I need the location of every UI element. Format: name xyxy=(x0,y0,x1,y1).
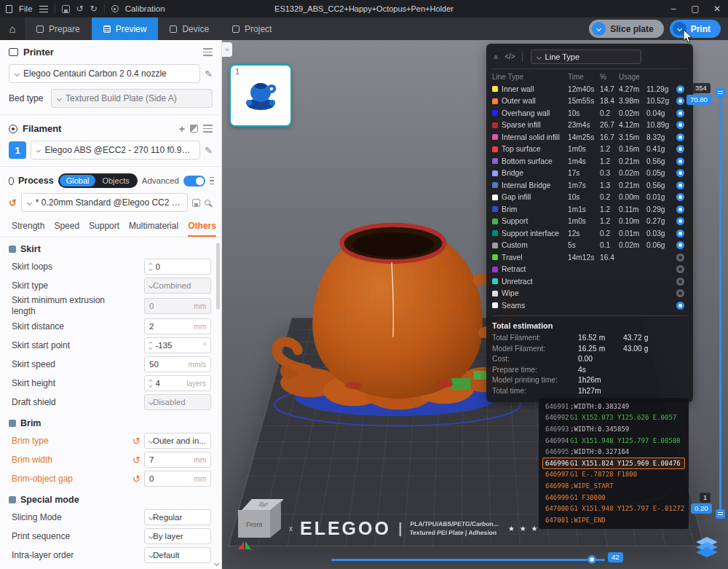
spin-down-icon[interactable] xyxy=(149,345,152,349)
edit-filament-icon[interactable]: ✎ xyxy=(205,145,213,156)
printer-settings-icon[interactable] xyxy=(203,48,213,56)
collapse-panel-icon[interactable]: « xyxy=(492,55,500,59)
spin-down-icon[interactable] xyxy=(149,267,152,270)
filament-preset-dropdown[interactable]: Elegoo ABS @ECC2 - 270 110 f0.98 MVS18 xyxy=(31,141,200,160)
spin-up-icon[interactable] xyxy=(149,380,152,383)
gcode-line[interactable]: 646995;WIDTH:0.327164 xyxy=(542,446,685,458)
search-settings-icon[interactable] xyxy=(205,200,210,205)
visibility-eye-icon[interactable] xyxy=(676,289,684,297)
plate-thumbnail[interactable]: 1 xyxy=(229,64,292,127)
reset-setting-icon[interactable]: ↺ xyxy=(132,455,141,465)
value-field[interactable]: -135° xyxy=(144,337,211,353)
spinner-arrows[interactable] xyxy=(149,264,152,270)
visibility-eye-icon[interactable] xyxy=(676,205,684,213)
advanced-toggle[interactable] xyxy=(183,176,205,187)
navigation-cube[interactable]: Top Front xyxy=(237,499,288,544)
visibility-eye-icon[interactable] xyxy=(676,97,684,105)
dropdown[interactable]: Regular xyxy=(144,509,211,525)
nav-cube-front-face[interactable]: Front xyxy=(238,510,270,538)
filament-slot-badge[interactable]: 1 xyxy=(9,141,26,159)
minimize-button[interactable]: – xyxy=(662,0,684,17)
slice-plate-button[interactable]: Slice plate xyxy=(589,20,663,38)
spinner-arrows[interactable] xyxy=(149,342,152,349)
settings-tab-multimaterial[interactable]: Multimaterial xyxy=(129,221,178,237)
gcode-line[interactable]: 646999G1 F30000 xyxy=(542,492,685,503)
gcode-line[interactable]: 646997G1 E-.78728 F1800 xyxy=(542,469,685,481)
value-field[interactable]: 4layers xyxy=(144,375,211,391)
objects-list-icon[interactable] xyxy=(210,177,214,184)
tab-device[interactable]: Device xyxy=(158,17,221,40)
dropdown[interactable]: Outer and in... xyxy=(144,433,211,449)
reset-setting-icon[interactable]: ↺ xyxy=(132,474,141,484)
menu-calibration[interactable]: Calibration xyxy=(125,4,165,13)
move-slider[interactable] xyxy=(331,554,605,565)
visibility-eye-icon[interactable] xyxy=(676,169,684,177)
settings-tab-strength[interactable]: Strength xyxy=(12,221,44,237)
visibility-eye-icon[interactable] xyxy=(676,302,684,310)
viewport-3d[interactable]: « 1 « </> xyxy=(222,40,728,569)
gcode-viewer-panel[interactable]: 646991;WIDTH:0.383249646992G1 X152.073 Y… xyxy=(539,398,689,529)
visibility-eye-icon[interactable] xyxy=(676,254,684,262)
reset-setting-icon[interactable]: ↺ xyxy=(132,436,141,446)
visibility-eye-icon[interactable] xyxy=(676,145,684,153)
settings-tab-others[interactable]: Others xyxy=(188,221,216,237)
visibility-eye-icon[interactable] xyxy=(676,109,684,117)
dropdown[interactable]: Combined xyxy=(144,278,211,294)
gcode-line[interactable]: 647001;WIPE_END xyxy=(542,514,685,526)
visibility-eye-icon[interactable] xyxy=(676,193,684,201)
visibility-eye-icon[interactable] xyxy=(676,121,684,129)
visibility-eye-icon[interactable] xyxy=(676,133,684,141)
save-project-icon[interactable] xyxy=(62,5,70,13)
visibility-eye-icon[interactable] xyxy=(676,181,684,189)
value-field[interactable]: 0 xyxy=(144,259,211,275)
gcode-line[interactable]: 646998;WIPE_START xyxy=(542,480,685,492)
sidebar-collapse-button[interactable]: « xyxy=(222,42,232,57)
visibility-eye-icon[interactable] xyxy=(676,241,684,249)
move-slider-track[interactable] xyxy=(331,559,605,561)
visibility-eye-icon[interactable] xyxy=(676,265,684,273)
add-filament-icon[interactable]: + xyxy=(179,124,185,134)
gcode-line[interactable]: 646993;WIDTH:0.345859 xyxy=(542,423,685,435)
visibility-eye-icon[interactable] xyxy=(676,278,684,286)
gcode-line[interactable]: 646996G1 X151.824 Y125.969 E.00476 xyxy=(542,458,685,469)
dropdown[interactable]: By layer xyxy=(144,528,211,544)
tab-prepare[interactable]: Prepare xyxy=(25,17,92,40)
value-field[interactable]: 50mm/s xyxy=(144,356,211,372)
sidebar-scrollbar[interactable] xyxy=(216,243,220,310)
view-type-dropdown[interactable]: Line Type xyxy=(531,50,641,64)
tab-project[interactable]: Project xyxy=(221,17,283,40)
printer-preset-dropdown[interactable]: Elegoo Centauri Carbon 2 0.4 nozzle xyxy=(9,64,200,83)
octopus-model[interactable] xyxy=(267,186,523,432)
main-menu-icon[interactable] xyxy=(39,6,48,12)
visibility-eye-icon[interactable] xyxy=(676,217,684,225)
settings-tab-support[interactable]: Support xyxy=(89,221,119,237)
dropdown[interactable]: Disabled xyxy=(144,394,211,410)
dropdown[interactable]: Default xyxy=(144,547,211,563)
flush-volumes-icon[interactable] xyxy=(190,125,198,133)
settings-tab-speed[interactable]: Speed xyxy=(54,221,79,237)
bed-type-dropdown[interactable]: Textured Build Plate (Side A) xyxy=(51,89,213,108)
gcode-line[interactable]: 646992G1 X152.073 Y125.626 E.0057 xyxy=(542,412,685,424)
value-field[interactable]: 0mm xyxy=(144,471,211,487)
gcode-line[interactable]: 646991;WIDTH:0.383249 xyxy=(542,401,685,412)
move-slider-handle[interactable] xyxy=(587,555,596,564)
scope-objects-button[interactable]: Objects xyxy=(95,175,135,187)
preset-history-icon[interactable]: ↺ xyxy=(9,198,17,208)
spin-up-icon[interactable] xyxy=(149,263,152,267)
calibration-icon[interactable] xyxy=(111,5,119,12)
gcode-window-icon[interactable]: </> xyxy=(505,53,515,60)
layer-slider-top-handle[interactable] xyxy=(716,88,725,98)
save-preset-icon[interactable] xyxy=(192,199,200,207)
value-field[interactable]: 7mm xyxy=(144,452,211,468)
process-scope-toggle[interactable]: Global Objects xyxy=(58,173,138,188)
spin-up-icon[interactable] xyxy=(149,342,152,345)
layer-slider-track[interactable] xyxy=(719,93,721,514)
filament-settings-icon[interactable] xyxy=(203,125,213,133)
assembly-layers-icon[interactable] xyxy=(694,535,720,559)
undo-icon[interactable]: ↺ xyxy=(76,4,84,13)
visibility-eye-icon[interactable] xyxy=(676,157,684,165)
value-field[interactable]: 2mm xyxy=(144,318,211,334)
scope-global-button[interactable]: Global xyxy=(60,175,96,187)
edit-printer-icon[interactable]: ✎ xyxy=(205,68,213,79)
slice-dropdown-icon[interactable] xyxy=(592,22,606,36)
